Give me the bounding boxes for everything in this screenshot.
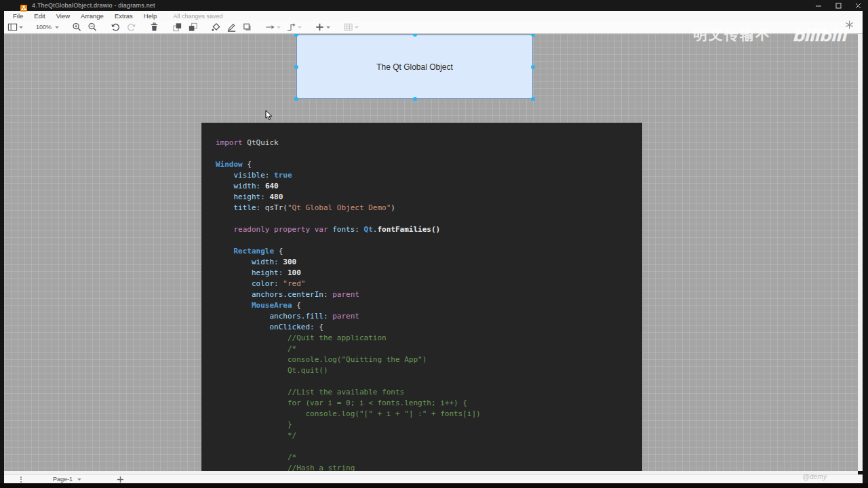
code-segment: /* xyxy=(288,453,296,462)
window-controls xyxy=(815,0,861,11)
code-segment: Qt xyxy=(364,225,373,234)
code-segment: 640 xyxy=(265,182,279,190)
code-segment: { xyxy=(243,160,252,169)
code-segment: MouseArea xyxy=(252,301,292,310)
code-line: readonly property var fonts: Qt.fontFami… xyxy=(216,224,642,235)
code-segment xyxy=(216,182,234,190)
redo-button[interactable] xyxy=(124,21,138,33)
selection-handle[interactable] xyxy=(531,97,535,101)
menubar-items: FileEditViewArrangeExtrasHelp xyxy=(7,12,162,20)
code-segment xyxy=(216,323,269,331)
undo-icon xyxy=(111,22,121,33)
menu-item-file[interactable]: File xyxy=(7,12,28,20)
menu-item-view[interactable]: View xyxy=(51,12,75,20)
fill-color-icon xyxy=(211,22,221,33)
code-segment: for (var i = 0; i < fonts.length; i++) { xyxy=(288,399,467,407)
code-segment xyxy=(216,279,252,288)
code-line: anchors.centerIn: parent xyxy=(216,289,642,300)
code-segment: //Quit the application xyxy=(288,333,387,342)
code-segment: fonts: xyxy=(332,225,359,234)
code-segment: anchors.fill: xyxy=(269,312,328,321)
vertical-scrollbar[interactable] xyxy=(858,34,863,471)
kebab-menu-icon[interactable] xyxy=(20,476,22,483)
shape-label: The Qt Global Object xyxy=(376,62,453,72)
code-segment xyxy=(216,464,288,471)
code-segment xyxy=(216,268,252,277)
code-line: width: 300 xyxy=(216,257,642,268)
selection-handle[interactable] xyxy=(413,97,417,101)
redo-icon xyxy=(126,22,136,33)
arrow-icon xyxy=(265,22,275,33)
waypoint-icon xyxy=(286,22,296,33)
code-segment: */ xyxy=(288,431,296,440)
code-line: Qt.quit() xyxy=(216,365,642,376)
line-color-button[interactable] xyxy=(224,21,239,33)
snowflake-icon[interactable] xyxy=(845,20,854,32)
shadow-button[interactable] xyxy=(240,21,254,33)
drawio-window: 4.TheQtGlobalObject.drawio - diagrams.ne… xyxy=(0,0,868,488)
shape-qt-global-object[interactable]: The Qt Global Object xyxy=(296,35,533,99)
zoom-in-icon xyxy=(72,22,82,33)
cursor-pointer-icon xyxy=(265,110,273,124)
code-segment: qsTr( xyxy=(260,203,288,212)
code-segment: width: xyxy=(234,182,261,190)
insert-icon xyxy=(315,22,325,33)
code-segment: "red" xyxy=(283,279,305,288)
delete-button[interactable] xyxy=(147,21,161,33)
fill-color-button[interactable] xyxy=(209,21,223,33)
code-segment xyxy=(216,247,234,256)
zoom-in-button[interactable] xyxy=(70,21,84,33)
menu-item-arrange[interactable]: Arrange xyxy=(75,12,109,20)
changes-saved-status[interactable]: All changes saved xyxy=(173,13,222,20)
window-frame-bottom xyxy=(0,483,868,488)
selection-handle[interactable] xyxy=(531,65,535,69)
waypoint-style-dropdown[interactable] xyxy=(284,21,304,33)
code-line: height: 480 xyxy=(216,192,642,203)
diagram-canvas[interactable]: The Qt Global Object import QtQuick Wind… xyxy=(4,34,858,471)
code-segment: console.log("[" + i + "] :" + fonts[i]) xyxy=(305,409,480,418)
menu-item-extras[interactable]: Extras xyxy=(109,12,138,20)
close-button[interactable] xyxy=(854,2,861,9)
code-segment xyxy=(216,225,234,234)
to-front-button[interactable] xyxy=(170,21,184,33)
code-segment: //List the available fonts xyxy=(288,388,404,396)
table-button[interactable] xyxy=(341,21,361,33)
code-segment xyxy=(216,388,288,396)
code-segment: true xyxy=(274,171,292,180)
code-segment xyxy=(216,409,305,418)
window-title: 4.TheQtGlobalObject.drawio - diagrams.ne… xyxy=(32,2,155,9)
code-segment xyxy=(216,171,234,180)
view-options-button[interactable] xyxy=(5,21,25,33)
menu-item-edit[interactable]: Edit xyxy=(28,12,50,20)
connection-style-dropdown[interactable] xyxy=(263,21,283,33)
code-segment xyxy=(216,399,288,407)
code-block-shape[interactable]: import QtQuick Window { visible: true wi… xyxy=(201,123,642,471)
page-tab[interactable]: Page-1 xyxy=(49,476,85,483)
add-page-icon xyxy=(117,476,124,483)
code-segment: readonly property var xyxy=(234,225,328,234)
code-line: */ xyxy=(216,430,642,441)
zoom-level-dropdown[interactable]: 100% xyxy=(34,21,61,33)
selection-handle[interactable] xyxy=(294,97,298,101)
zoom-out-icon xyxy=(87,22,98,33)
menu-item-help[interactable]: Help xyxy=(138,12,163,20)
add-page-button[interactable] xyxy=(117,476,124,483)
code-line: } xyxy=(216,420,642,430)
code-segment: } xyxy=(288,420,292,429)
selection-handle[interactable] xyxy=(294,65,298,69)
code-line: onClicked: { xyxy=(216,322,642,333)
code-segment: 100 xyxy=(288,268,301,277)
code-segment: 300 xyxy=(283,258,296,266)
code-line: Window { xyxy=(216,159,642,170)
code-segment xyxy=(216,453,288,462)
zoom-out-button[interactable] xyxy=(85,21,100,33)
code-line: //List the available fonts xyxy=(216,387,642,398)
maximize-button[interactable] xyxy=(835,2,842,9)
code-line: //Hash a string xyxy=(216,463,642,471)
code-line: color: "red" xyxy=(216,279,642,289)
code-segment xyxy=(216,333,288,342)
to-back-button[interactable] xyxy=(186,21,200,33)
insert-button[interactable] xyxy=(313,21,332,33)
undo-button[interactable] xyxy=(108,21,123,33)
minimize-button[interactable] xyxy=(815,2,822,9)
